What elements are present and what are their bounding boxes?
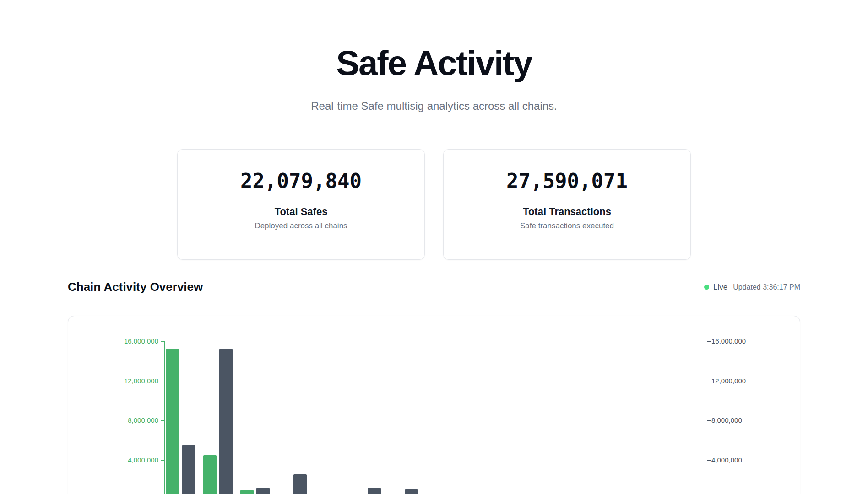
y-axis-left-tick [161, 381, 164, 381]
section-heading: Chain Activity Overview [68, 280, 203, 294]
chain-activity-section-header: Chain Activity Overview Live Updated 3:3… [68, 280, 800, 294]
y-axis-left-tick [161, 420, 164, 421]
page-title: Safe Activity [0, 46, 868, 81]
y-axis-right-tick [707, 381, 711, 381]
live-label: Live [713, 283, 727, 292]
chart-bar-transactions-7 [405, 489, 418, 494]
y-axis-right-tick-label: 8,000,000 [711, 417, 742, 424]
live-dot-icon [704, 285, 709, 290]
y-axis-right-tick [707, 341, 711, 342]
y-axis-left-tick [161, 460, 164, 461]
safe-activity-dashboard: Safe Activity Real-time Safe multisig an… [0, 46, 868, 494]
chart-bar-safes-1 [166, 349, 179, 494]
page-header: Safe Activity Real-time Safe multisig an… [0, 46, 868, 113]
y-axis-left-tick-label: 8,000,000 [68, 417, 158, 424]
live-status: Live Updated 3:36:17 PM [704, 283, 800, 292]
y-axis-right-tick-label: 4,000,000 [711, 456, 742, 464]
chart-plot: 16,000,00016,000,00012,000,00012,000,000… [68, 316, 800, 494]
chart-bar-safes-3 [240, 490, 254, 494]
stat-card-total-safes: 22,079,840 Total Safes Deployed across a… [177, 149, 425, 260]
stat-card-total-transactions: 27,590,071 Total Transactions Safe trans… [443, 149, 691, 260]
chain-activity-chart-card: 16,000,00016,000,00012,000,00012,000,000… [68, 316, 800, 494]
chart-bar-transactions-3 [256, 488, 270, 494]
updated-timestamp: Updated 3:36:17 PM [733, 283, 800, 291]
chart-bar-transactions-6 [368, 488, 381, 494]
y-axis-left-tick-label: 4,000,000 [68, 456, 158, 464]
chart-bar-safes-2 [203, 455, 217, 494]
y-axis-left-tick-label: 16,000,000 [68, 338, 158, 345]
total-safes-label: Total Safes [178, 206, 424, 218]
y-axis-left-line [164, 341, 165, 494]
y-axis-right-line [707, 341, 707, 494]
total-transactions-value: 27,590,071 [444, 171, 690, 191]
y-axis-left-tick-label: 12,000,000 [68, 377, 158, 385]
stats-row: 22,079,840 Total Safes Deployed across a… [0, 149, 868, 260]
total-safes-description: Deployed across all chains [178, 221, 424, 231]
chart-bar-transactions-1 [182, 445, 195, 494]
y-axis-right-tick [707, 420, 711, 421]
chart-bar-transactions-2 [219, 349, 233, 494]
y-axis-right-tick-label: 12,000,000 [711, 377, 746, 385]
chart-bar-transactions-4 [293, 474, 307, 494]
total-transactions-description: Safe transactions executed [444, 221, 690, 231]
page-subtitle: Real-time Safe multisig analytics across… [0, 99, 868, 113]
y-axis-left-tick [161, 341, 164, 342]
y-axis-right-tick-label: 16,000,000 [711, 338, 746, 345]
total-transactions-label: Total Transactions [444, 206, 690, 218]
total-safes-value: 22,079,840 [178, 171, 424, 191]
y-axis-right-tick [707, 460, 711, 461]
